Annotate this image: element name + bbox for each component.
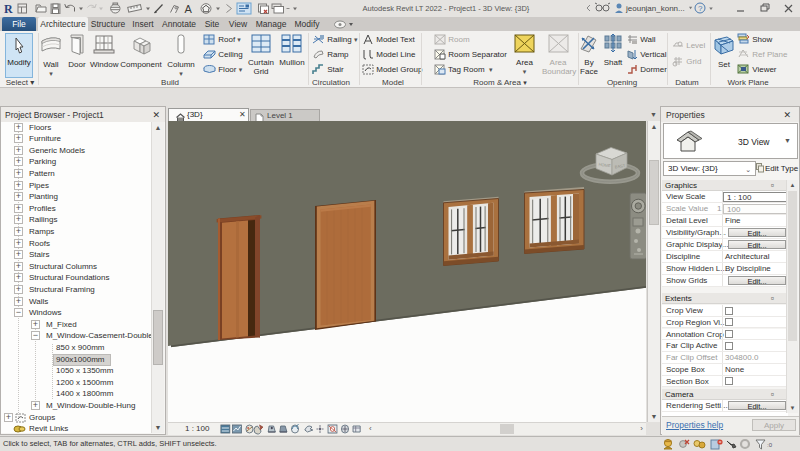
svg-text:jeounjan_konn...: jeounjan_konn... xyxy=(625,4,685,13)
svg-text::0: :0 xyxy=(767,442,773,448)
svg-text:?: ? xyxy=(698,4,703,13)
